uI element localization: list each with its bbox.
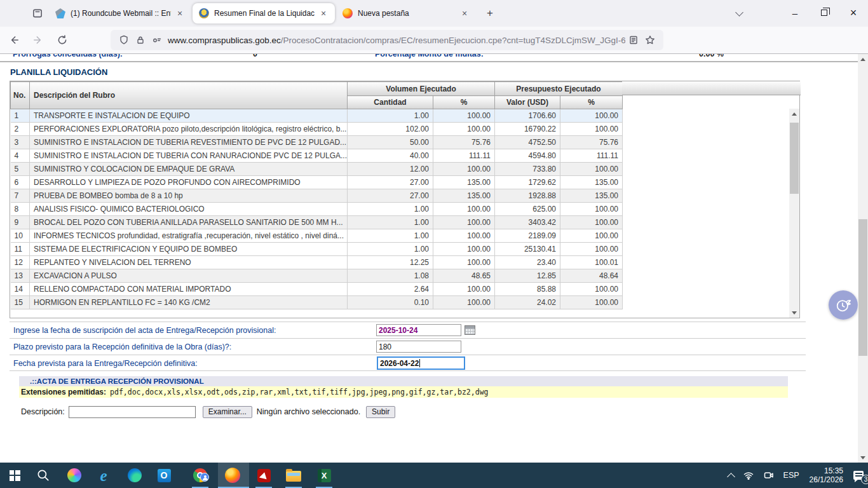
- bookmark-star-icon[interactable]: [642, 32, 658, 48]
- cell-volumen-pct: 135.00: [433, 189, 495, 203]
- table-row[interactable]: 10 INFORMES TECNICOS profundidad, estrat…: [11, 229, 623, 243]
- tab-title: (1) Roundcube Webmail :: Entra: [71, 9, 171, 18]
- taskbar-acrobat-button[interactable]: [251, 463, 276, 488]
- taskbar-excel-button[interactable]: X: [311, 463, 337, 488]
- cell-volumen-pct: 48.65: [433, 269, 495, 283]
- tray-expand-button[interactable]: [724, 463, 738, 488]
- header-filler: [622, 81, 801, 95]
- cell-no: 11: [11, 243, 30, 256]
- cell-cantidad: 1.00: [348, 203, 433, 216]
- page-content: Prorrogas concedidas (días): 0 Porcentaj…: [0, 54, 868, 463]
- table-scrollbar[interactable]: [789, 109, 799, 318]
- notification-center-button[interactable]: 3: [849, 463, 868, 488]
- table-row[interactable]: 2 PERFORACIONES EXPLORATORIA pozo piloto…: [11, 123, 623, 136]
- table-row[interactable]: 7 PRUEBA DE BOMBEO bomba de 8 a 10 hp 27…: [11, 189, 623, 203]
- firefox-view-button[interactable]: [27, 4, 48, 23]
- cell-cantidad: 1.08: [348, 269, 433, 283]
- scroll-down-icon[interactable]: [858, 452, 868, 463]
- cell-volumen-pct: 100.00: [433, 216, 495, 229]
- table-row[interactable]: 9 BROCAL DEL POZO CON TUBERIA ANILLADA P…: [11, 216, 623, 229]
- minimize-button[interactable]: –: [780, 0, 810, 25]
- table-row[interactable]: 15 HORMIGON EN REPLANTILLO FC = 140 KG /…: [11, 296, 623, 309]
- restore-button[interactable]: [810, 0, 839, 25]
- fecha-provisional-input[interactable]: [376, 324, 461, 336]
- table-row[interactable]: 5 SUMINISTRO Y COLOCACION DE EMPAQUE DE …: [11, 163, 623, 176]
- tray-meet-now-button[interactable]: [759, 463, 779, 488]
- tab-roundcube-webmail[interactable]: (1) Roundcube Webmail :: Entra ×: [49, 3, 191, 24]
- cell-descripcion: REPLANTEO Y NIVELACION DEL TERRENO: [30, 256, 348, 269]
- cell-presupuesto-pct: 100.00: [560, 123, 623, 136]
- cell-presupuesto-pct: 100.00: [560, 296, 623, 309]
- cell-volumen-pct: 135.00: [433, 176, 495, 189]
- tray-language-indicator[interactable]: ESP: [779, 463, 804, 488]
- tab-close-icon[interactable]: ×: [317, 7, 330, 20]
- back-button[interactable]: [4, 30, 24, 50]
- cell-presupuesto-pct: 111.11: [560, 149, 623, 163]
- tracking-shield-icon[interactable]: [116, 32, 132, 48]
- url-bar[interactable]: www.compraspublicas.gob.ec/ProcesoContra…: [111, 30, 663, 50]
- tab-nueva-pestana[interactable]: Nueva pestaña ×: [336, 3, 476, 24]
- taskbar-copilot-button[interactable]: [62, 463, 87, 488]
- subir-button[interactable]: Subir: [366, 406, 395, 418]
- scroll-up-icon[interactable]: [858, 54, 868, 64]
- taskbar-firefox-button[interactable]: [220, 463, 245, 488]
- tray-clock[interactable]: 15:35 26/1/2026: [804, 466, 849, 484]
- examinar-button[interactable]: Examinar...: [203, 406, 252, 418]
- cell-volumen-pct: 100.00: [433, 229, 495, 243]
- scroll-up-icon[interactable]: [789, 109, 799, 119]
- page-scrollbar-thumb[interactable]: [858, 219, 867, 356]
- cell-no: 15: [11, 296, 30, 309]
- start-button[interactable]: [2, 463, 27, 488]
- table-row[interactable]: 3 SUMINISTRO E INSTALACION DE TUBERIA RE…: [11, 136, 623, 149]
- cell-descripcion: SUMINISTRO Y COLOCACION DE EMPAQUE DE GR…: [30, 163, 348, 176]
- cell-descripcion: INFORMES TECNICOS profundidad, estratigr…: [30, 229, 348, 243]
- cell-cantidad: 0.10: [348, 296, 433, 309]
- cell-no: 9: [11, 216, 30, 229]
- tab-close-icon[interactable]: ×: [173, 7, 186, 20]
- table-row[interactable]: 6 DESARROLLO Y LIMPIEZA DE POZO PROFUNDO…: [11, 176, 623, 189]
- table-row[interactable]: 14 RELLENO COMPACTADO CON MATERIAL IMPOR…: [11, 283, 623, 296]
- cell-descripcion: SUMINISTRO E INSTALACION DE TUBERIA REVE…: [30, 136, 348, 149]
- taskbar-file-explorer-button[interactable]: [281, 463, 306, 488]
- fecha-definitiva-input[interactable]: 2026-04-22: [377, 356, 465, 370]
- form-row-plazo: Plazo previsto para la Recepción definit…: [10, 338, 806, 355]
- reader-mode-icon[interactable]: [625, 32, 642, 48]
- reload-button[interactable]: [52, 30, 72, 50]
- new-tab-button[interactable]: +: [482, 5, 498, 22]
- cell-presupuesto-pct: 100.00: [560, 216, 623, 229]
- table-row[interactable]: 8 ANALISIS FISICO- QUIMICO BACTERIOLOGIC…: [11, 203, 623, 216]
- scroll-down-icon[interactable]: [789, 308, 799, 318]
- tray-wifi-button[interactable]: [738, 463, 759, 488]
- table-row[interactable]: 12 REPLANTEO Y NIVELACION DEL TERRENO 12…: [11, 256, 623, 269]
- table-row[interactable]: 11 SISTEMA DE ELECTRIFICACION Y EQUIPO D…: [11, 243, 623, 256]
- close-button[interactable]: ×: [839, 0, 868, 25]
- form-row-fecha-provisional: Ingrese la fecha de suscripción del acta…: [10, 322, 806, 338]
- cell-no: 10: [11, 229, 30, 243]
- taskbar-chrome-button[interactable]: [187, 463, 213, 488]
- taskbar-search-button[interactable]: [31, 463, 56, 488]
- taskbar-internet-explorer-button[interactable]: e: [91, 463, 116, 488]
- permissions-icon[interactable]: [149, 32, 165, 48]
- table-row[interactable]: 4 SUMINISTRO E INSTALACION DE TUBERIA CO…: [11, 149, 623, 163]
- list-all-tabs-button[interactable]: [731, 5, 747, 22]
- divider: [0, 61, 858, 62]
- table-row[interactable]: 1 TRANSPORTE E INSTALACION DE EQUIPO 1.0…: [11, 109, 623, 123]
- forward-button[interactable]: [28, 30, 48, 50]
- taskbar-outlook-button[interactable]: O: [151, 463, 177, 488]
- ext-label: Extensiones pemitidas:: [21, 388, 106, 396]
- page-scrollbar[interactable]: [858, 54, 868, 463]
- tab-close-icon[interactable]: ×: [458, 7, 471, 20]
- acrobat-icon: [257, 469, 271, 482]
- table-row[interactable]: 13 EXCAVACION A PULSO 1.08 48.65 12.85 4…: [11, 269, 623, 283]
- system-tray: ESP 15:35 26/1/2026 3: [724, 463, 868, 488]
- floating-clock-widget[interactable]: [829, 290, 858, 320]
- table-scrollbar-thumb[interactable]: [790, 123, 799, 194]
- tab-resumen-liquidacion[interactable]: Resumen Final de la Liquidación ×: [193, 3, 335, 24]
- descripcion-input[interactable]: [69, 406, 196, 418]
- cell-valor-usd: 4594.80: [495, 149, 560, 163]
- plazo-input[interactable]: [376, 341, 461, 353]
- calendar-icon[interactable]: [465, 325, 475, 335]
- lock-icon[interactable]: [132, 32, 149, 48]
- tray-date: 26/1/2026: [810, 475, 843, 484]
- taskbar-edge-button[interactable]: [122, 463, 147, 488]
